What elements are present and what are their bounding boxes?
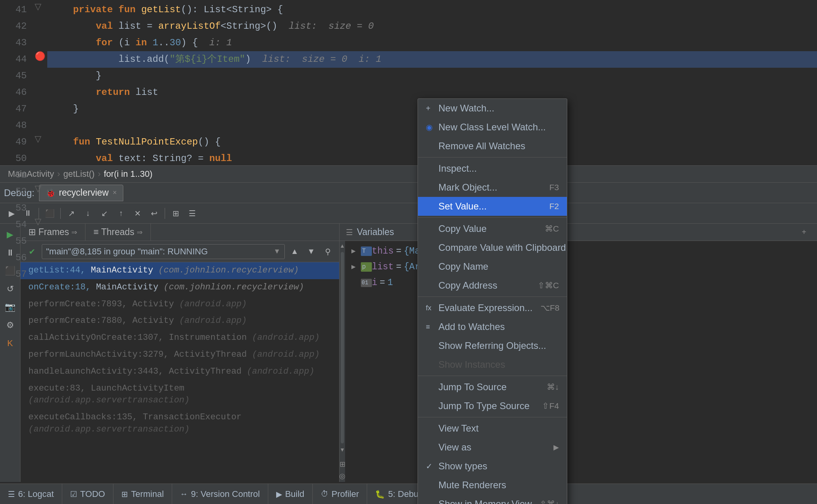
ctx-remove-watches[interactable]: Remove All Watches — [418, 137, 567, 156]
ctx-addwatch-icon: ≡ — [426, 323, 438, 331]
ctx-add-watches[interactable]: ≡ Add to Watches — [418, 317, 567, 336]
frame-text-3: performCreate:7880, Activity — [28, 316, 179, 326]
debug-tab-bar: Debug: 🐞 recyclerview × — [0, 183, 817, 203]
var-name-list: list — [372, 261, 394, 273]
ctx-copy-value[interactable]: Copy Value ⌘C — [418, 219, 567, 238]
var-icon-extra1[interactable]: ⊞ — [340, 458, 345, 470]
restore-layout[interactable]: ⊞ — [168, 206, 183, 221]
var-expand-this[interactable]: ▶ — [351, 246, 361, 256]
frame-text-6: handleLaunchActivity:3443, ActivityThrea… — [28, 367, 247, 376]
ctx-jump-source[interactable]: Jump To Source ⌘↓ — [418, 378, 567, 397]
run-to-cursor[interactable]: ↑ — [113, 206, 128, 221]
frame-item-performlaunch[interactable]: performLaunchActivity:3279, ActivityThre… — [20, 346, 339, 363]
status-todo[interactable]: ☑ TODO — [62, 484, 113, 504]
ctx-compare-clipboard[interactable]: Compare Value with Clipboard — [418, 238, 567, 257]
var-item-i[interactable]: 01 i = 1 — [345, 275, 817, 291]
frames-tab-arrow: ⇒ — [71, 228, 77, 237]
var-name-i: i — [372, 276, 377, 289]
step-into-button[interactable]: ↓ — [80, 206, 95, 221]
status-build[interactable]: ▶ Build — [268, 484, 313, 504]
var-list: ▶ T this = {MainActivity@... ▶ p list = … — [345, 241, 817, 482]
ctx-new-class-watch[interactable]: ◉ New Class Level Watch... — [418, 118, 567, 137]
build-label: Build — [285, 489, 305, 499]
variables-header: ☰ Variables + — [340, 224, 817, 241]
add-var-button[interactable]: + — [797, 226, 811, 239]
ctx-view-text[interactable]: View Text — [418, 419, 567, 438]
status-vcs[interactable]: ↔ 9: Version Control — [172, 484, 268, 504]
fold-icon-54[interactable]: ▽ — [35, 217, 41, 227]
frame-item-executecallbacks[interactable]: executeCallbacks:135, TransactionExecuto… — [20, 409, 339, 438]
frame-item-performcreate1[interactable]: performCreate:7893, Activity (android.ap… — [20, 296, 339, 313]
tab-threads[interactable]: ≡ Threads ⇒ — [85, 224, 151, 241]
scroll-up-arrow[interactable]: ▲ — [340, 241, 345, 250]
tab-frames[interactable]: ⊞ Frames ⇒ — [20, 224, 85, 241]
force-step-into[interactable]: ↩ — [147, 206, 162, 221]
kotlin-sidebar-btn[interactable]: K — [2, 335, 18, 351]
camera-sidebar-btn[interactable]: 📷 — [2, 299, 18, 315]
var-item-list[interactable]: ▶ p list = {ArrayList@852... — [345, 259, 817, 275]
ctx-copy-name[interactable]: Copy Name — [418, 257, 567, 276]
frame-class-1: MainActivity — [96, 282, 164, 292]
frame-item-execute[interactable]: execute:83, LaunchActivityItem (android.… — [20, 380, 339, 410]
ctx-set-value[interactable]: Set Value... F2 — [418, 197, 567, 216]
ctx-view-as[interactable]: View as ▶ — [418, 438, 567, 457]
thread-dropdown[interactable]: "main"@8,185 in group "main": RUNNING ▼ — [42, 244, 285, 259]
ctx-jump-type-source[interactable]: Jump To Type Source ⇧F4 — [418, 397, 567, 415]
var-equals-i: = — [380, 276, 385, 289]
var-icon-extra2[interactable]: ◎ — [340, 470, 345, 482]
scroll-down-arrow[interactable]: ▼ — [340, 445, 345, 454]
ctx-jumptype-shortcut: ⇧F4 — [542, 401, 559, 411]
frame-item-handlelaunch[interactable]: handleLaunchActivity:3443, ActivityThrea… — [20, 363, 339, 380]
thread-selector: ✔ "main"@8,185 in group "main": RUNNING … — [20, 241, 339, 262]
ctx-show-memory[interactable]: Show in Memory View ⇧⌘↓ — [418, 495, 567, 504]
bottom-section: Debug: 🐞 recyclerview × ▶ ⏸ ⬛ ↗ ↓ ↙ ↑ ✕ … — [0, 183, 817, 482]
var-scrollbar: ▲ ▼ ⊞ ◎ — [340, 241, 345, 482]
breadcrumb-for[interactable]: for(i in 1..30) — [104, 169, 153, 179]
ctx-new-watch-label: New Watch... — [438, 103, 551, 114]
thread-filter-btn[interactable]: ⚲ — [321, 245, 334, 258]
ctx-copy-address[interactable]: Copy Address ⇧⌘C — [418, 276, 567, 295]
step-over-button[interactable]: ↗ — [64, 206, 79, 221]
ctx-inspect[interactable]: Inspect... — [418, 159, 567, 178]
settings-sidebar-btn[interactable]: ⚙ — [2, 317, 18, 333]
tab-recyclerview[interactable]: 🐞 recyclerview × — [39, 185, 123, 201]
status-profiler[interactable]: ⏱ Profiler — [313, 484, 368, 504]
evaluate-button[interactable]: ✕ — [130, 206, 145, 221]
thread-up-btn[interactable]: ▲ — [288, 245, 301, 258]
thread-down-btn[interactable]: ▼ — [305, 245, 318, 258]
frame-item-getlist[interactable]: getList:44, MainActivity (com.johnlion.r… — [20, 262, 339, 279]
ctx-new-watch[interactable]: + New Watch... — [418, 99, 567, 118]
settings-button[interactable]: ☰ — [185, 206, 200, 221]
ctx-show-types[interactable]: ✓ Show types — [418, 457, 567, 476]
stop-button[interactable]: ⬛ — [42, 206, 57, 221]
ctx-sep-1 — [418, 157, 567, 158]
ctx-mark-object[interactable]: Mark Object... F3 — [418, 178, 567, 197]
status-bar: ☰ 6: Logcat ☑ TODO ⊞ Terminal ↔ 9: Versi… — [0, 484, 817, 504]
rerun-sidebar-btn[interactable]: ↺ — [2, 281, 18, 297]
fold-icon-41[interactable]: ▽ — [35, 2, 41, 12]
var-expand-list[interactable]: ▶ — [351, 262, 361, 272]
breakpoint-icon[interactable]: 🔴 — [35, 51, 45, 61]
frame-item-oncreate[interactable]: onCreate:18, MainActivity (com.johnlion.… — [20, 279, 339, 296]
ctx-addwatch-label: Add to Watches — [438, 321, 551, 332]
ctx-inspect-label: Inspect... — [438, 163, 551, 174]
fold-icon-49[interactable]: ▽ — [35, 134, 41, 144]
var-name-this: this — [372, 245, 394, 258]
ctx-mute-renderers[interactable]: Mute Renderers — [418, 476, 567, 495]
ctx-evaluate-shortcut: ⌥F8 — [540, 303, 560, 313]
var-item-this[interactable]: ▶ T this = {MainActivity@... — [345, 243, 817, 259]
fold-icon-52[interactable]: ▽ — [35, 183, 41, 194]
tab-close-button[interactable]: × — [113, 189, 117, 197]
breadcrumb-getlist[interactable]: getList() — [63, 169, 95, 179]
frame-item-performcreate2[interactable]: performCreate:7880, Activity (android.ap… — [20, 313, 339, 330]
tab-name: recyclerview — [59, 187, 109, 198]
frame-item-callactivity[interactable]: callActivityOnCreate:1307, Instrumentati… — [20, 330, 339, 346]
frames-list[interactable]: getList:44, MainActivity (com.johnlion.r… — [20, 262, 339, 482]
frame-pkg-4: (android.app) — [252, 333, 320, 343]
step-out-button[interactable]: ↙ — [97, 206, 112, 221]
ctx-showtypes-label: Show types — [438, 461, 551, 472]
status-terminal[interactable]: ⊞ Terminal — [113, 484, 172, 504]
ctx-evaluate[interactable]: fx Evaluate Expression... ⌥F8 — [418, 298, 567, 317]
status-logcat[interactable]: ☰ 6: Logcat — [0, 484, 62, 504]
ctx-show-referring[interactable]: Show Referring Objects... — [418, 336, 567, 355]
